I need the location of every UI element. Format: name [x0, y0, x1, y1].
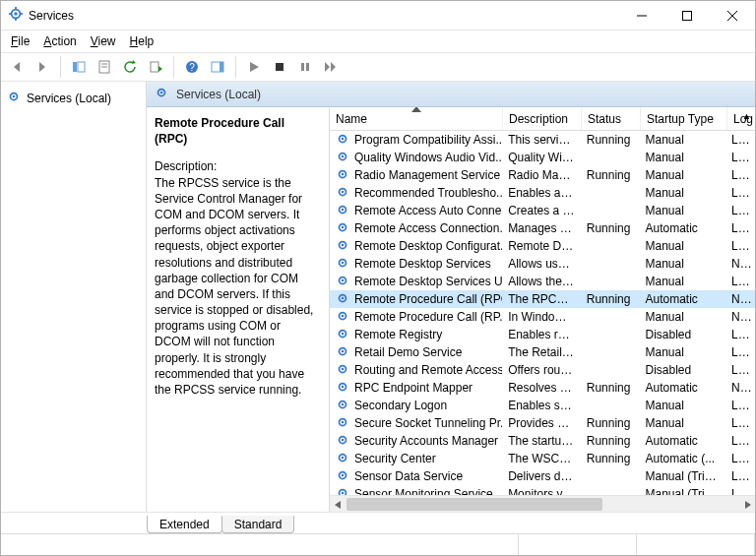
- service-row[interactable]: Secure Socket Tunneling Pr...Provides su…: [330, 414, 755, 432]
- service-row[interactable]: Remote Procedure Call (RPC)The RPCSS s..…: [330, 290, 755, 308]
- content-header-label: Services (Local): [176, 88, 261, 101]
- service-row[interactable]: Remote Procedure Call (RP...In Windows..…: [330, 308, 755, 326]
- scroll-right-icon[interactable]: [738, 496, 755, 513]
- maximize-button[interactable]: [664, 1, 710, 31]
- service-row[interactable]: Remote RegistryEnables rem...DisabledLoc…: [330, 326, 755, 343]
- gear-icon: [336, 132, 349, 149]
- service-name: RPC Endpoint Mapper: [354, 381, 472, 395]
- service-status: Running: [581, 452, 640, 465]
- service-startup: Manual: [640, 168, 726, 182]
- service-row[interactable]: Remote Desktop ServicesAllows user...Man…: [330, 255, 755, 273]
- properties-button[interactable]: [93, 55, 116, 79]
- show-hide-action-pane-button[interactable]: [206, 55, 229, 79]
- service-row[interactable]: Remote Access Auto Conne...Creates a co.…: [330, 202, 755, 219]
- svg-point-37: [342, 154, 345, 157]
- close-button[interactable]: [710, 1, 755, 31]
- col-status[interactable]: Status: [582, 107, 641, 130]
- menu-help[interactable]: Help: [130, 34, 155, 48]
- menubar: File Action View Help: [1, 31, 755, 52]
- start-service-button[interactable]: [242, 55, 266, 79]
- tab-extended[interactable]: Extended: [147, 516, 222, 533]
- col-name[interactable]: Name: [330, 107, 503, 130]
- stop-service-button[interactable]: [268, 55, 291, 79]
- service-startup: Manual: [640, 345, 726, 359]
- scrollbar-thumb[interactable]: [346, 498, 602, 511]
- tab-standard[interactable]: Standard: [221, 516, 295, 533]
- service-startup: Manual: [640, 275, 726, 288]
- gear-icon: [336, 468, 349, 485]
- back-button[interactable]: [5, 55, 29, 79]
- service-logon: Loca: [725, 345, 755, 359]
- svg-point-43: [342, 208, 345, 211]
- menu-view[interactable]: View: [91, 34, 116, 48]
- service-description: Delivers dat...: [502, 469, 581, 483]
- nav-root-services-local[interactable]: Services (Local): [3, 86, 144, 110]
- pause-service-button[interactable]: [293, 55, 317, 79]
- service-logon: Loca: [725, 133, 755, 147]
- col-startup-type[interactable]: Startup Type: [641, 107, 727, 130]
- service-row[interactable]: Routing and Remote AccessOffers routi...…: [330, 361, 755, 379]
- toolbar-separator: [173, 56, 174, 78]
- service-description: The RPCSS s...: [502, 292, 581, 306]
- service-name: Recommended Troublesho...: [354, 186, 502, 200]
- service-name: Remote Access Auto Conne...: [354, 204, 502, 217]
- service-row[interactable]: Security Accounts ManagerThe startup ...…: [330, 432, 755, 450]
- service-description: Allows the r...: [502, 275, 581, 288]
- show-hide-tree-button[interactable]: [67, 55, 91, 79]
- service-description: Enables star...: [502, 399, 581, 412]
- service-row[interactable]: Program Compatibility Assi...This servic…: [330, 131, 755, 149]
- service-row[interactable]: Remote Desktop Configurat...Remote Des..…: [330, 237, 755, 255]
- service-row[interactable]: Recommended Troublesho...Enables aut...M…: [330, 184, 755, 202]
- minimize-button[interactable]: [619, 1, 664, 31]
- export-list-button[interactable]: [144, 55, 167, 79]
- services-window: Services File Action View Help ?: [0, 0, 756, 556]
- col-description[interactable]: Description: [503, 107, 582, 130]
- service-name: Remote Procedure Call (RP...: [354, 310, 502, 324]
- scroll-up-icon[interactable]: ▲: [742, 111, 751, 121]
- svg-marker-29: [331, 62, 336, 72]
- service-row[interactable]: RPC Endpoint MapperResolves RP...Running…: [330, 379, 755, 397]
- service-startup: Automatic: [640, 381, 726, 395]
- service-row[interactable]: Secondary LogonEnables star...ManualLoca: [330, 397, 755, 414]
- gear-icon: [336, 256, 349, 273]
- service-rows[interactable]: Program Compatibility Assi...This servic…: [330, 131, 755, 495]
- service-row[interactable]: Sensor Data ServiceDelivers dat...Manual…: [330, 467, 755, 485]
- service-row[interactable]: Radio Management ServiceRadio Mana...Run…: [330, 166, 755, 184]
- service-row[interactable]: Quality Windows Audio Vid...Quality Win.…: [330, 149, 755, 166]
- svg-point-47: [342, 243, 345, 246]
- gear-icon: [155, 86, 168, 102]
- service-row[interactable]: Sensor Monitoring ServiceMonitors va...M…: [330, 485, 755, 495]
- service-description: The WSCSV...: [502, 452, 581, 465]
- service-description: Allows user...: [502, 257, 581, 271]
- nav-pane[interactable]: Services (Local): [1, 82, 147, 512]
- horizontal-scrollbar[interactable]: [330, 495, 755, 512]
- svg-point-65: [342, 402, 345, 405]
- refresh-button[interactable]: [118, 55, 142, 79]
- service-startup: Manual (Trig...: [640, 469, 726, 483]
- service-row[interactable]: Remote Desktop Services U...Allows the r…: [330, 273, 755, 290]
- service-description: Enables rem...: [502, 328, 581, 341]
- service-startup: Manual: [640, 399, 726, 412]
- description-text: The RPCSS service is the Service Control…: [155, 175, 319, 399]
- scroll-left-icon[interactable]: [330, 496, 346, 513]
- services-list[interactable]: Name Description Status Startup Type Log…: [330, 107, 755, 512]
- help-button[interactable]: ?: [180, 55, 204, 79]
- service-name: Radio Management Service: [354, 168, 500, 182]
- menu-file[interactable]: File: [11, 34, 30, 48]
- menu-action[interactable]: Action: [43, 34, 76, 48]
- svg-rect-25: [276, 63, 284, 71]
- service-status: Running: [581, 133, 640, 147]
- service-description: Enables aut...: [502, 186, 581, 200]
- col-logon[interactable]: Log▲: [727, 107, 755, 130]
- service-row[interactable]: Remote Access Connection...Manages di...…: [330, 219, 755, 237]
- svg-point-41: [342, 190, 345, 193]
- service-row[interactable]: Security CenterThe WSCSV...RunningAutoma…: [330, 450, 755, 467]
- forward-button[interactable]: [31, 55, 54, 79]
- svg-marker-76: [335, 501, 341, 509]
- service-name: Remote Registry: [354, 328, 442, 341]
- svg-point-53: [342, 296, 345, 299]
- gear-icon: [336, 398, 349, 414]
- service-status: Running: [581, 434, 640, 448]
- restart-service-button[interactable]: [319, 55, 343, 79]
- service-row[interactable]: Retail Demo ServiceThe Retail D...Manual…: [330, 343, 755, 361]
